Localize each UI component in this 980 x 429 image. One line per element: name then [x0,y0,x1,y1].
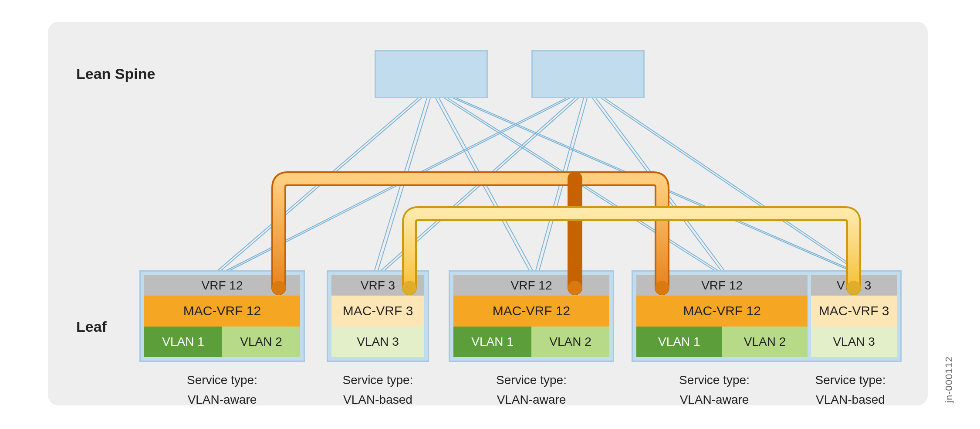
vlan-label: VLAN 1 [144,327,222,358]
tier-label-leaf: Leaf [76,318,107,335]
vrf-label: VRF 3 [331,275,424,296]
mac-vrf-label: MAC-VRF 12 [144,296,300,327]
vlan-label: VLAN 1 [453,327,531,358]
vlan-row: VLAN 1 VLAN 2 [144,327,300,358]
mac-vrf-label: MAC-VRF 12 [453,296,609,327]
vlan-row: VLAN 3 [331,327,424,358]
spine-switch-1 [375,50,488,98]
vlan-label: VLAN 3 [811,327,897,358]
vlan-row: VLAN 1 VLAN 2 [636,327,808,358]
service-type-caption: Service type:VLAN-aware [449,371,614,410]
leaf-switch-d: VRF 12 MAC-VRF 12 VLAN 1 VLAN 2 VRF 3 MA… [632,270,902,362]
vlan-label: VLAN 2 [722,327,808,358]
vlan-row: VLAN 3 [811,327,897,358]
leaf-switch-b: VRF 3 MAC-VRF 3 VLAN 3 [327,270,429,362]
mac-vrf-label: MAC-VRF 12 [636,296,808,327]
service-type-caption: Service type:VLAN-based [799,371,902,410]
vrf-label: VRF 12 [453,275,609,296]
spine-switch-2 [531,50,645,98]
service-type-caption: Service type:VLAN-aware [632,371,797,410]
service-type-caption: Service type:VLAN-based [327,371,429,410]
vlan-label: VLAN 3 [331,327,424,358]
vlan-label: VLAN 2 [531,327,609,358]
diagram-canvas: Lean Spine Leaf .link{stroke:#7bb5d9;str… [0,0,980,429]
tier-label-spine: Lean Spine [76,65,155,82]
vrf-label: VRF 12 [144,275,300,296]
leaf-switch-a: VRF 12 MAC-VRF 12 VLAN 1 VLAN 2 [139,270,305,362]
vlan-label: VLAN 2 [222,327,300,358]
vlan-row: VLAN 1 VLAN 2 [453,327,609,358]
mac-vrf-label: MAC-VRF 3 [331,296,424,327]
vlan-label: VLAN 1 [636,327,722,358]
vrf-label: VRF 12 [636,275,808,296]
image-id-label: jn-000112 [943,356,955,403]
leaf-switch-c: VRF 12 MAC-VRF 12 VLAN 1 VLAN 2 [449,270,614,362]
mac-vrf-label: MAC-VRF 3 [811,296,897,327]
service-type-caption: Service type:VLAN-aware [139,371,305,410]
vrf-label: VRF 3 [811,275,897,296]
